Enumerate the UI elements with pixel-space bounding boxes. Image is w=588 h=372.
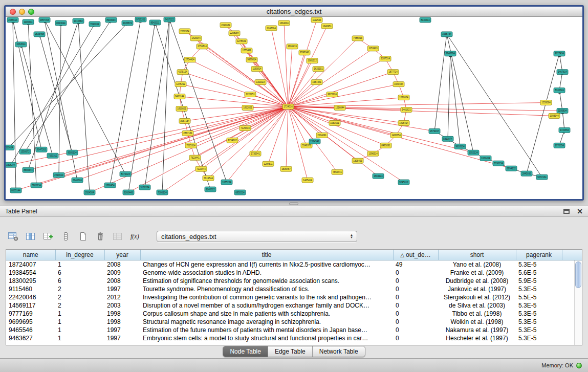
graph-node[interactable]: 1961274 (287, 44, 298, 49)
graph-node[interactable]: 1664004 (278, 20, 290, 26)
graph-node[interactable]: 1857463 (39, 17, 50, 23)
close-button[interactable] (10, 9, 16, 15)
graph-node[interactable]: 1210634 (398, 95, 409, 100)
column-header-out_de[interactable]: △out_de… (393, 250, 438, 260)
graph-node[interactable]: 7125434 (239, 125, 251, 130)
graph-node[interactable]: 7619544 (203, 176, 214, 181)
graph-node[interactable]: 2754414 (184, 57, 195, 62)
graph-node[interactable]: 1275212 (175, 82, 186, 87)
graph-node[interactable]: 1720654 (559, 127, 570, 133)
panel-divider-handle[interactable] (289, 202, 298, 205)
graph-node[interactable]: 2248064 (266, 26, 277, 31)
graph-node[interactable]: 1195834 (557, 108, 568, 113)
graph-node[interactable]: 2679197 (429, 128, 440, 134)
graph-node[interactable]: 1514541 (309, 139, 320, 144)
tab-edge-table[interactable]: Edge Table (268, 346, 313, 357)
graph-node[interactable]: 1559584 (540, 100, 552, 105)
graph-node[interactable]: 7690654 (89, 21, 100, 27)
column-header-pagerank[interactable]: pagerank (516, 250, 562, 260)
graph-node[interactable]: 7306124 (157, 190, 168, 195)
graph-node[interactable]: 6850214 (234, 190, 246, 195)
graph-node[interactable]: 1305493 (352, 158, 363, 163)
graph-node[interactable]: 1550672 (19, 149, 31, 154)
graph-node[interactable]: 1160814 (251, 67, 263, 72)
graph-node[interactable]: 7025314 (185, 143, 197, 148)
graph-node[interactable]: 9973124 (326, 92, 338, 97)
graph-node[interactable]: 7623441 (189, 155, 201, 160)
graph-node[interactable]: 8605144 (10, 188, 21, 193)
column-header-title[interactable]: title (140, 250, 393, 260)
graph-node[interactable]: 1604924 (373, 173, 384, 179)
close-panel-icon[interactable]: ✕ (577, 208, 583, 215)
table-row[interactable]: 977716911998Corpus callosum shape and si… (6, 310, 582, 318)
column-chooser-icon[interactable] (24, 230, 38, 243)
graph-node[interactable]: 1096514 (367, 151, 379, 156)
graph-node[interactable]: 1668734 (441, 32, 452, 37)
graph-node[interactable]: 1948794 (445, 51, 456, 56)
graph-node[interactable]: 1153423 (367, 46, 379, 51)
graph-node[interactable]: 7852441 (332, 169, 343, 174)
graph-node[interactable]: 9245022 (205, 187, 216, 192)
column-header-year[interactable]: year (104, 250, 140, 260)
graph-node[interactable]: 8542011 (149, 20, 161, 25)
graph-node[interactable]: 1062454 (480, 156, 491, 161)
graph-node[interactable]: 2240634 (220, 23, 231, 28)
column-header-in_degree[interactable]: in_degree (55, 250, 104, 260)
graph-node[interactable]: 1770354 (554, 143, 565, 148)
table-row[interactable]: 946362711997Embryonic stem cells: a mode… (6, 334, 582, 342)
graph-node[interactable]: 9413144 (174, 94, 185, 99)
row-tools-icon[interactable] (58, 230, 73, 243)
graph-node[interactable]: 9010382 (73, 18, 84, 24)
graph-node[interactable]: 1106504 (23, 19, 34, 25)
graph-node[interactable]: 8613044 (55, 20, 67, 26)
graph-node[interactable]: 5905134 (31, 183, 42, 188)
network-table-select[interactable]: citations_edges.txt ▲▼ (157, 231, 357, 242)
graph-node[interactable]: 1625151 (313, 67, 324, 72)
graph-node[interactable]: 1640444 (393, 82, 404, 87)
table-row[interactable]: 1872400712008Changes of HCN gene express… (6, 260, 582, 269)
column-header-name[interactable]: name (6, 250, 55, 260)
graph-node[interactable]: 8474023 (120, 171, 131, 177)
graph-node[interactable]: 9618134 (454, 144, 466, 149)
graph-node[interactable]: 2260584 (179, 29, 190, 34)
graph-node[interactable]: 8918294 (105, 17, 117, 23)
float-panel-icon[interactable] (563, 209, 570, 214)
graph-node[interactable]: 1724016 (282, 104, 294, 110)
network-canvas[interactable]: 2056614110650418574638613044901038276906… (6, 17, 582, 199)
graph-node[interactable]: 1275641 (236, 39, 247, 44)
graph-node[interactable]: 2208084 (229, 31, 240, 36)
graph-node[interactable]: 1216044 (334, 105, 345, 111)
graph-node[interactable]: 2520654 (6, 145, 14, 150)
graph-node[interactable]: 9260443 (123, 190, 134, 195)
graph-node[interactable]: 1461621 (401, 107, 412, 113)
graph-node[interactable]: 2290614 (53, 172, 64, 178)
delete-icon[interactable] (93, 230, 107, 243)
graph-node[interactable]: 7196234 (493, 161, 504, 166)
table-row[interactable]: 2242004622012Investigating the contribut… (6, 293, 582, 301)
graph-node[interactable]: 2056614 (7, 17, 18, 23)
graph-node[interactable]: 9598342 (299, 50, 310, 55)
graph-node[interactable]: 8590544 (23, 167, 34, 172)
edit-table-icon[interactable] (41, 230, 55, 243)
new-document-icon[interactable] (76, 230, 90, 243)
graph-node[interactable]: 9227434 (554, 51, 565, 56)
graph-node[interactable]: 9735203 (135, 17, 146, 22)
minimize-button[interactable] (19, 9, 25, 15)
graph-node[interactable]: 9047263 (36, 147, 47, 152)
graph-node[interactable]: 1467614 (557, 70, 568, 75)
graph-node[interactable]: 9272164 (536, 174, 548, 180)
graph-node[interactable]: 7590312 (47, 153, 58, 158)
graph-node[interactable]: 8745324 (554, 88, 565, 93)
graph-node[interactable]: 1420044 (190, 36, 202, 41)
graph-node[interactable]: 8313074 (442, 136, 453, 141)
graph-node[interactable]: 1935874 (122, 20, 133, 26)
graph-node[interactable]: 2867131 (182, 130, 193, 136)
tab-network-table[interactable]: Network Table (313, 346, 365, 357)
graph-node[interactable]: 1495754 (390, 133, 402, 138)
tab-node-table[interactable]: Node Table (223, 346, 268, 357)
graph-node[interactable]: 1405414 (398, 120, 409, 125)
graph-node[interactable]: 3106284 (139, 185, 150, 190)
graph-node[interactable]: 1051621 (329, 120, 340, 125)
graph-node[interactable]: 6646324 (72, 178, 83, 183)
graph-node[interactable]: 1465414 (302, 178, 313, 183)
